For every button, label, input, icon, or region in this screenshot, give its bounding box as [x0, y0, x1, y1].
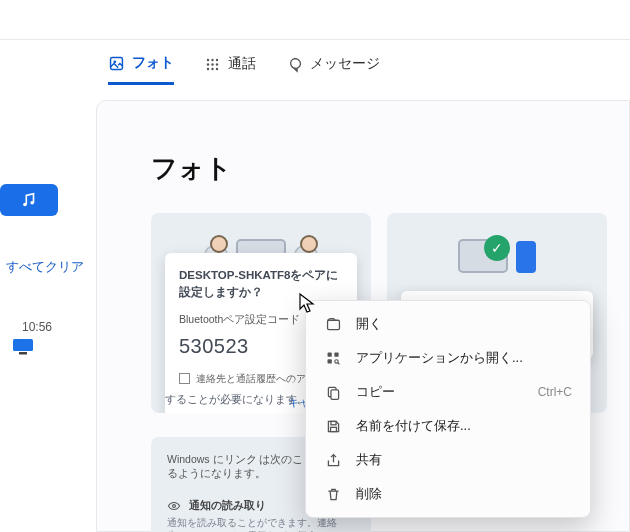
tab-label: フォト	[132, 54, 174, 72]
svg-point-12	[30, 201, 34, 205]
svg-rect-17	[327, 352, 331, 356]
trash-icon	[324, 485, 342, 503]
svg-point-8	[207, 67, 209, 69]
menu-save-as[interactable]: 名前を付けて保存...	[306, 409, 590, 443]
menu-shortcut: Ctrl+C	[538, 385, 572, 399]
svg-point-5	[207, 63, 209, 65]
menu-delete[interactable]: 削除	[306, 477, 590, 511]
tab-photos[interactable]: フォト	[108, 54, 174, 85]
menu-copy[interactable]: コピー Ctrl+C	[306, 375, 590, 409]
svg-rect-24	[330, 427, 336, 431]
tab-label: メッセージ	[310, 55, 380, 73]
notification-thumb[interactable]	[12, 338, 34, 356]
title-bar	[0, 0, 630, 40]
svg-point-10	[216, 67, 218, 69]
svg-point-3	[211, 58, 213, 60]
left-rail: すべてクリア 10:56	[0, 40, 96, 532]
context-menu: 開く アプリケーションから開く... コピー Ctrl+C 名前を付けて保存..…	[305, 300, 591, 518]
svg-rect-14	[19, 352, 27, 355]
tab-messages[interactable]: メッセージ	[286, 55, 380, 83]
svg-rect-19	[327, 359, 331, 363]
music-button[interactable]	[0, 184, 58, 216]
page-title: フォト	[151, 151, 629, 186]
svg-point-9	[211, 67, 213, 69]
dialog-title: DESKTOP-SHKATF8をペアに設定しますか？	[179, 267, 343, 302]
menu-open[interactable]: 開く	[306, 307, 590, 341]
section-text: 通知の読み取り	[189, 499, 266, 513]
dialpad-icon	[204, 56, 221, 73]
open-with-icon	[324, 349, 342, 367]
clear-all-link[interactable]: すべてクリア	[6, 258, 84, 276]
svg-point-7	[216, 63, 218, 65]
tab-calls[interactable]: 通話	[204, 55, 256, 83]
svg-rect-22	[330, 389, 338, 398]
section-body: 通知を読み取ることができます。連絡先、メッセージ、電気などの個人	[167, 517, 355, 532]
chat-icon	[286, 56, 303, 73]
svg-point-11	[23, 203, 27, 207]
menu-label: 削除	[356, 485, 382, 503]
tab-label: 通話	[228, 55, 256, 73]
copy-icon	[324, 383, 342, 401]
svg-rect-16	[327, 320, 339, 329]
svg-point-15	[173, 505, 176, 508]
svg-point-6	[211, 63, 213, 65]
menu-label: コピー	[356, 383, 395, 401]
illustration: ✓	[401, 223, 593, 273]
menu-label: アプリケーションから開く...	[356, 349, 523, 367]
eye-icon	[167, 499, 181, 513]
svg-point-4	[216, 58, 218, 60]
checkbox-icon	[179, 373, 190, 384]
music-icon	[20, 191, 38, 209]
mouse-cursor	[298, 292, 316, 314]
svg-point-20	[334, 359, 337, 362]
menu-label: 開く	[356, 315, 382, 333]
menu-open-with[interactable]: アプリケーションから開く...	[306, 341, 590, 375]
share-icon	[324, 451, 342, 469]
svg-point-2	[207, 58, 209, 60]
photo-icon	[108, 55, 125, 72]
timestamp: 10:56	[22, 320, 52, 334]
menu-label: 名前を付けて保存...	[356, 417, 471, 435]
save-icon	[324, 417, 342, 435]
menu-share[interactable]: 共有	[306, 443, 590, 477]
svg-rect-13	[13, 339, 33, 351]
svg-rect-18	[334, 352, 338, 356]
menu-label: 共有	[356, 451, 382, 469]
open-icon	[324, 315, 342, 333]
svg-rect-23	[330, 421, 335, 424]
